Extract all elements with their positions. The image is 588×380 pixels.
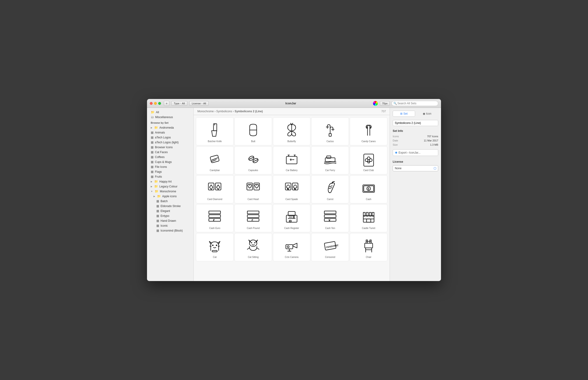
- search-input[interactable]: [391, 101, 438, 106]
- sidebar-item-entypo[interactable]: ▦ Entypo: [147, 213, 193, 218]
- folder-icon: 📁: [154, 180, 158, 183]
- icon-label: Cash Register: [284, 227, 299, 229]
- sidebar-item-catfaces[interactable]: ▦ Cat Faces: [147, 150, 193, 154]
- icon-cell-card-spade[interactable]: Card Spade: [273, 175, 311, 203]
- sidebar-label: Andromeda: [159, 126, 174, 129]
- maximize-button[interactable]: [158, 102, 161, 105]
- sidebar-label: Browser Icons: [155, 146, 173, 149]
- icon-grid: Butcher Knife Butt: [196, 117, 387, 261]
- icon-cell-castle-turret[interactable]: Castle Turret: [350, 204, 387, 232]
- icon-cell-card-heart[interactable]: Card Heart: [235, 175, 272, 203]
- license-filter-button[interactable]: License › All: [189, 101, 209, 106]
- type-filter-button[interactable]: Type › All: [171, 101, 187, 106]
- icon-cell-cash[interactable]: $ Cash: [350, 175, 387, 203]
- sidebar-item-apple[interactable]: ▶ 📁 Apple icons: [147, 194, 193, 199]
- license-select-wrapper: None: [393, 165, 438, 171]
- icon-cell-car-ferry[interactable]: Car Ferry: [311, 146, 349, 174]
- set-icon: ▦: [151, 160, 153, 164]
- sidebar-item-file[interactable]: ▦ File Icons: [147, 164, 193, 169]
- sidebar-item-atech[interactable]: ▦ aTech Logos: [147, 135, 193, 140]
- close-button[interactable]: [150, 102, 153, 105]
- sidebar-item-elegant[interactable]: ▦ Elegant: [147, 209, 193, 213]
- license-section: License None: [393, 160, 438, 171]
- set-icon: ▦: [151, 165, 153, 169]
- svg-rect-55: [289, 220, 291, 222]
- search-wrapper: 🔍: [391, 101, 438, 106]
- set-icon: ▦: [151, 136, 153, 139]
- chevron-down-icon: ▼: [151, 190, 153, 192]
- icon-cell-cat-sitting[interactable]: Cat Sitting: [235, 233, 272, 261]
- icon-cell-card-club[interactable]: Card Club: [350, 146, 387, 174]
- icon-cell-cash-euro[interactable]: € Cash Euro: [196, 204, 234, 232]
- folder-icon: 📁: [154, 185, 158, 188]
- icon-cell-card-diamond[interactable]: Card Diamond: [196, 175, 234, 203]
- svg-rect-67: [367, 219, 371, 222]
- sidebar-item-fruits[interactable]: ▦ Fruits: [147, 174, 193, 179]
- set-icon: ▦: [156, 204, 159, 208]
- sidebar-item-atech-light[interactable]: ▦ aTech Logos (light): [147, 140, 193, 145]
- sidebar-item-eldorado[interactable]: ▦ Eldorado Stroke: [147, 204, 193, 209]
- breadcrumb-path1: Monochrome: [197, 110, 214, 113]
- sidebar-item-all[interactable]: 📁 All: [147, 110, 193, 114]
- svg-point-76: [254, 242, 256, 243]
- sidebar-item-animals[interactable]: ▦ Animals: [147, 130, 193, 135]
- icon-cell-candybar[interactable]: Candybar: [196, 146, 234, 174]
- icon-label: Cactus: [326, 140, 334, 143]
- sidebar-label-all: All: [156, 111, 159, 114]
- sidebar-item-flags[interactable]: ▦ Flags: [147, 169, 193, 174]
- sidebar-item-iconsmind[interactable]: ▦ Iconsmind (Block): [147, 228, 193, 233]
- svg-rect-60: [324, 211, 336, 214]
- icon-label: Car Battery: [286, 169, 298, 171]
- icon-label: Chair: [366, 256, 371, 258]
- titlebar-right: 70px 🔍: [373, 101, 438, 106]
- icon-cell-car-battery[interactable]: Car Battery: [273, 146, 311, 174]
- sidebar-item-browser[interactable]: ▦ Browser Icons: [147, 145, 193, 150]
- icon-cell-capsules[interactable]: Capsules: [235, 146, 272, 174]
- px-display[interactable]: 70px: [380, 101, 390, 106]
- add-button[interactable]: +: [164, 101, 169, 106]
- icon-cell-censored[interactable]: CENSORED Censored: [311, 233, 349, 261]
- set-icon: ▦: [156, 229, 159, 232]
- icon-cell-butt[interactable]: Butt: [235, 117, 272, 145]
- sidebar-item-happyart[interactable]: ▶ 📁 Happy Art: [147, 179, 193, 184]
- icon-cell-cash-pound[interactable]: £ Cash Pound: [235, 204, 272, 232]
- license-select[interactable]: None: [393, 165, 438, 171]
- svg-point-69: [212, 245, 214, 246]
- sidebar-item-legacy[interactable]: ▶ 📁 Legacy Colour: [147, 184, 193, 189]
- sidebar-item-andromeda[interactable]: ▶ 📁 Andromeda: [147, 125, 193, 130]
- icon-cell-candy-canes[interactable]: Candy Canes: [350, 117, 387, 145]
- sidebar-label: Iconic: [161, 224, 168, 227]
- color-wheel-icon[interactable]: [373, 101, 378, 106]
- icon-cell-chair[interactable]: Chair: [350, 233, 387, 261]
- sidebar-item-batch[interactable]: ▦ Batch: [147, 199, 193, 204]
- icon-cell-butterfly[interactable]: Butterfly: [273, 117, 311, 145]
- icon-cell-cactus[interactable]: Cactus: [311, 117, 349, 145]
- icon-label: Candybar: [210, 169, 220, 171]
- icon-cell-carrot[interactable]: Carrot: [311, 175, 349, 203]
- export-label: Export › IconJar...: [399, 151, 421, 154]
- sidebar-item-coffees[interactable]: ▦ Coffees: [147, 154, 193, 159]
- sidebar-item-miscellaneous[interactable]: 🗂 Miscellaneous: [147, 114, 193, 119]
- set-name-field[interactable]: [393, 120, 438, 126]
- minimize-button[interactable]: [154, 102, 157, 105]
- icon-label: Cash Pound: [247, 227, 260, 229]
- sidebar-item-iconic[interactable]: ▦ Iconic: [147, 223, 193, 228]
- sidebar-item-cups[interactable]: ▦ Cups & Mugs: [147, 159, 193, 164]
- icon-cell-butcher-knife[interactable]: Butcher Knife: [196, 117, 234, 145]
- svg-rect-44: [209, 215, 220, 218]
- svg-line-38: [330, 186, 332, 187]
- icon-label: Cctv Camera: [285, 256, 298, 258]
- sidebar-item-monochrome[interactable]: ▼ 📁 Monochrome: [147, 189, 193, 194]
- icon-cell-cat[interactable]: Cat: [196, 233, 234, 261]
- icon-cell-cctv-camera[interactable]: Cctv Camera: [273, 233, 311, 261]
- tab-set[interactable]: ⊞ Set: [393, 111, 415, 117]
- export-button[interactable]: Export › IconJar...: [393, 149, 438, 156]
- sidebar-item-handdrawn[interactable]: ▦ Hand Drawn: [147, 218, 193, 223]
- chevron-right-icon: ▶: [151, 185, 152, 188]
- svg-point-80: [287, 246, 289, 248]
- icon-cell-cash-yen[interactable]: ¥ Cash Yen: [311, 204, 349, 232]
- tab-icon[interactable]: ◉ Icon: [416, 111, 439, 117]
- svg-rect-0: [214, 124, 217, 131]
- svg-rect-48: [247, 215, 259, 218]
- icon-cell-cash-register[interactable]: Cash Register: [273, 204, 311, 232]
